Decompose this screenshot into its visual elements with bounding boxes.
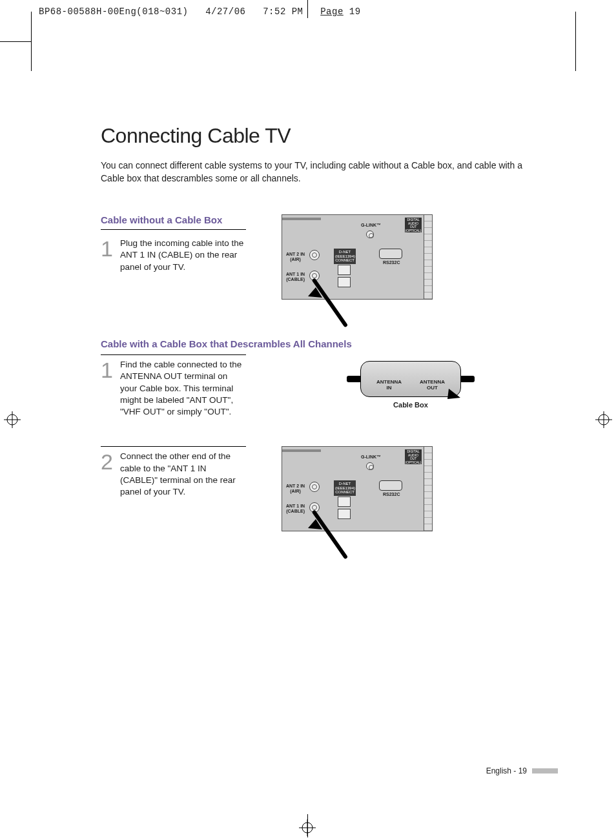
svg-marker-10	[447, 389, 460, 399]
page-number-header: 19	[349, 6, 361, 17]
tv-rear-panel-diagram: DIGITAL AUDIO OUT (OPTICAL) ANT 2 IN (AI…	[282, 214, 433, 300]
section-cable-without-box: Cable without a Cable Box 1 Plug the inc…	[101, 214, 540, 300]
section-heading: Cable with a Cable Box that Descrambles …	[101, 338, 540, 352]
page-label: Page	[320, 6, 344, 17]
arrow-icon	[445, 385, 464, 404]
page-number-footer: English - 19	[486, 766, 527, 775]
optical-label: DIGITAL AUDIO OUT (OPTICAL)	[405, 218, 422, 232]
step-text: Connect the other end of the cable to th…	[120, 451, 246, 498]
page-footer: English - 19	[486, 766, 558, 775]
step-1: 1 Plug the incoming cable into the ANT 1…	[101, 234, 246, 273]
ant2-label: ANT 2 IN (AIR)	[286, 252, 305, 261]
antenna-out-label: ANTENNA OUT	[420, 380, 445, 391]
glink-jack-icon	[366, 462, 374, 470]
page-title: Connecting Cable TV	[101, 124, 540, 148]
cable-box-caption: Cable Box	[282, 401, 540, 409]
step-number: 2	[101, 451, 120, 473]
cable-plug-icon	[347, 376, 361, 382]
ant2-jack-icon	[309, 250, 320, 260]
arrow-icon	[302, 280, 327, 305]
registration-mark-icon	[299, 819, 316, 836]
glink-jack-icon	[366, 230, 374, 238]
cable-plug-icon	[460, 376, 475, 382]
registration-mark-icon	[4, 411, 21, 428]
antenna-in-label: ANTENNA IN	[376, 380, 402, 391]
document-header-meta: BP68-00588H-00Eng(018~031) 4/27/06 7:52 …	[39, 6, 361, 17]
registration-mark-icon	[595, 411, 612, 428]
svg-marker-11	[308, 519, 322, 529]
section-cable-with-box: Cable with a Cable Box that Descrambles …	[101, 338, 540, 531]
page-content: Connecting Cable TV You can connect diff…	[101, 124, 540, 551]
rs232-port-icon	[379, 480, 402, 491]
step-2: 2 Connect the other end of the cable to …	[101, 446, 246, 498]
crop-mark	[0, 41, 31, 42]
step-number: 1	[101, 359, 120, 381]
glink-label: G-LINK™	[361, 223, 381, 228]
crop-mark	[31, 12, 32, 71]
optical-label: DIGITAL AUDIO OUT (OPTICAL)	[405, 449, 422, 464]
dnet-label: D-NET (IEEE1394) CONNECT	[334, 249, 356, 264]
file-time: 7:52 PM	[263, 6, 303, 17]
step-1: 1 Find the cable connected to the ANTENN…	[101, 354, 246, 418]
ant2-jack-icon	[309, 482, 320, 492]
step-text: Plug the incoming cable into the ANT 1 I…	[120, 238, 246, 273]
intro-paragraph: You can connect different cable systems …	[101, 159, 540, 185]
crop-mark	[575, 12, 576, 71]
rs232-label: RS232C	[383, 492, 400, 497]
step-text: Find the cable connected to the ANTENNA …	[120, 359, 246, 418]
tv-rear-panel-diagram: DIGITAL AUDIO OUT (OPTICAL) ANT 2 IN (AI…	[282, 446, 433, 531]
ant2-label: ANT 2 IN (AIR)	[286, 484, 305, 493]
dnet-jack-icon	[338, 265, 351, 275]
file-date: 4/27/06	[205, 6, 245, 17]
rs232-port-icon	[379, 249, 402, 259]
arrow-icon	[302, 511, 327, 537]
dnet-jack-icon	[338, 497, 351, 507]
dnet-jack-icon	[338, 277, 351, 287]
file-code: BP68-00588H-00Eng(018~031)	[39, 6, 188, 17]
glink-label: G-LINK™	[361, 455, 381, 460]
dnet-jack-icon	[338, 509, 351, 519]
page-bar-icon	[532, 768, 558, 773]
dnet-label: D-NET (IEEE1394) CONNECT	[334, 480, 356, 496]
section-heading: Cable without a Cable Box	[101, 214, 246, 230]
step-number: 1	[101, 238, 120, 260]
svg-marker-9	[308, 287, 322, 298]
rs232-label: RS232C	[383, 260, 400, 265]
cable-box-diagram: ANTENNA IN ANTENNA OUT	[360, 361, 461, 397]
